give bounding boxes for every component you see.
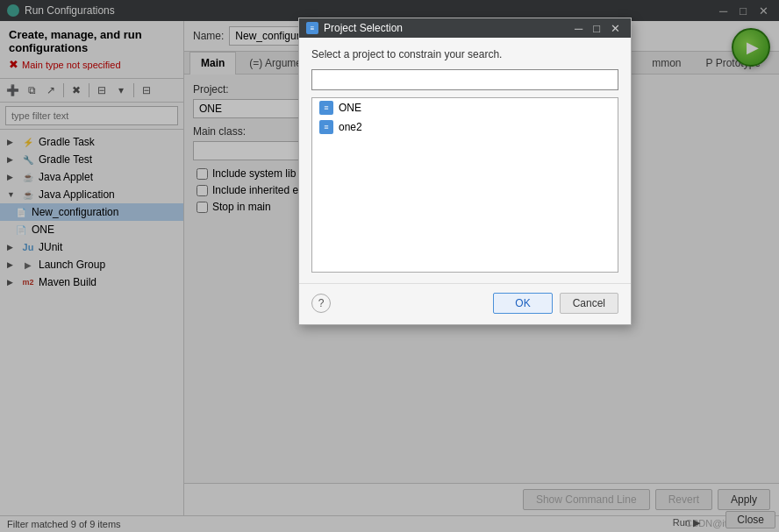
- modal-ok-button[interactable]: OK: [493, 293, 552, 314]
- modal-footer: ? OK Cancel: [299, 283, 631, 324]
- modal-maximize-button[interactable]: □: [590, 23, 604, 34]
- project-name-one: ONE: [339, 102, 361, 114]
- project-name-one2: one2: [339, 121, 362, 133]
- modal-search-input[interactable]: [311, 69, 618, 90]
- modal-title-bar: ≡ Project Selection ─ □ ✕: [299, 18, 631, 38]
- modal-icon: ≡: [306, 22, 318, 34]
- modal-list-item-one2[interactable]: ≡ one2: [312, 117, 618, 137]
- project-icon-one: ≡: [319, 101, 333, 115]
- modal-list-item-one[interactable]: ≡ ONE: [312, 98, 618, 117]
- modal-minimize-button[interactable]: ─: [571, 23, 586, 34]
- modal-help-button[interactable]: ?: [311, 294, 331, 313]
- modal-project-list: ≡ ONE ≡ one2: [311, 97, 618, 273]
- modal-body: Select a project to constrain your searc…: [299, 38, 631, 283]
- modal-cancel-button[interactable]: Cancel: [560, 293, 618, 314]
- modal-close-button[interactable]: ✕: [607, 23, 624, 34]
- modal-overlay: ≡ Project Selection ─ □ ✕ Select a proje…: [0, 0, 779, 532]
- modal-description: Select a project to constrain your searc…: [311, 48, 618, 60]
- project-icon-one2: ≡: [319, 120, 333, 134]
- project-selection-dialog: ≡ Project Selection ─ □ ✕ Select a proje…: [298, 18, 632, 325]
- modal-title: Project Selection: [324, 22, 403, 34]
- modal-title-controls: ─ □ ✕: [571, 23, 624, 34]
- modal-title-left: ≡ Project Selection: [306, 22, 403, 34]
- modal-action-buttons: OK Cancel: [493, 293, 618, 314]
